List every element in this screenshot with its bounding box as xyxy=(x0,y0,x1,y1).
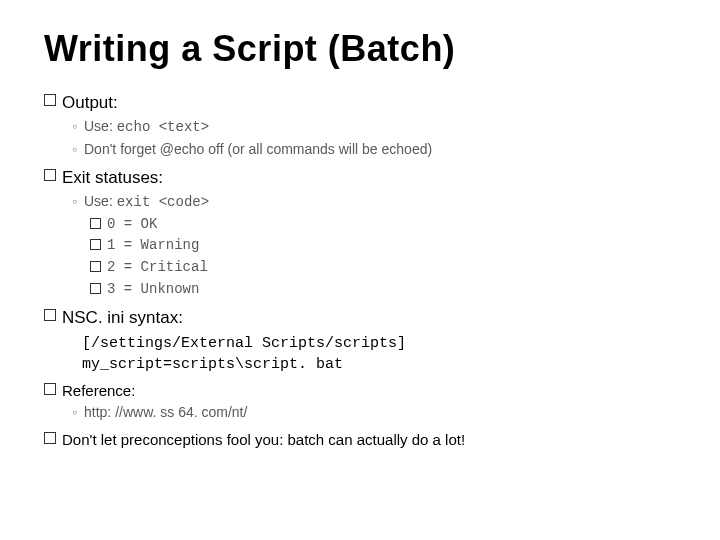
nsc-heading: NSC. ini syntax: xyxy=(62,305,183,331)
slide-title: Writing a Script (Batch) xyxy=(44,28,676,70)
exit-heading-item: Exit statuses: xyxy=(44,165,676,191)
exit-code-2: 2 = Critical xyxy=(90,257,676,279)
bullet-square-icon xyxy=(44,432,56,444)
exit-use-label: Use: xyxy=(84,193,117,209)
output-heading: Output: xyxy=(62,90,118,116)
bullet-square-icon xyxy=(44,169,56,181)
bullet-square-icon xyxy=(44,94,56,106)
exit-heading: Exit statuses: xyxy=(62,165,163,191)
closing-item: Don't let preconceptions fool you: batch… xyxy=(44,428,676,451)
exit-code-1: 1 = Warning xyxy=(90,235,676,257)
bullet-square-icon xyxy=(44,383,56,395)
bullet-square-icon xyxy=(90,218,101,229)
exit-code-0-text: 0 = OK xyxy=(107,214,157,236)
output-use-label: Use: xyxy=(84,118,117,134)
closing-text: Don't let preconceptions fool you: batch… xyxy=(62,428,465,451)
nsc-codeblock: [/settings/External Scripts/scripts] my_… xyxy=(82,333,676,375)
output-echo-off-item: Don't forget @echo off (or all commands … xyxy=(72,139,676,161)
slide-body: Output: Use: echo <text> Don't forget @e… xyxy=(44,90,676,451)
exit-code-2-text: 2 = Critical xyxy=(107,257,208,279)
output-heading-item: Output: xyxy=(44,90,676,116)
exit-code-3: 3 = Unknown xyxy=(90,279,676,301)
bullet-square-icon xyxy=(44,309,56,321)
nsc-heading-item: NSC. ini syntax: xyxy=(44,305,676,331)
reference-heading-item: Reference: xyxy=(44,379,676,402)
reference-url-item: http: //www. ss 64. com/nt/ xyxy=(72,402,676,424)
slide: Writing a Script (Batch) Output: Use: ec… xyxy=(0,0,720,540)
output-use-code: echo <text> xyxy=(117,119,209,135)
exit-code-1-text: 1 = Warning xyxy=(107,235,199,257)
reference-heading: Reference: xyxy=(62,379,135,402)
nsc-code-line-2: my_script=scripts\script. bat xyxy=(82,354,676,375)
bullet-square-icon xyxy=(90,239,101,250)
exit-use-item: Use: exit <code> xyxy=(72,191,676,214)
exit-code-3-text: 3 = Unknown xyxy=(107,279,199,301)
output-use-item: Use: echo <text> xyxy=(72,116,676,139)
bullet-square-icon xyxy=(90,283,101,294)
exit-code-0: 0 = OK xyxy=(90,214,676,236)
nsc-code-line-1: [/settings/External Scripts/scripts] xyxy=(82,333,676,354)
bullet-square-icon xyxy=(90,261,101,272)
exit-use-code: exit <code> xyxy=(117,194,209,210)
